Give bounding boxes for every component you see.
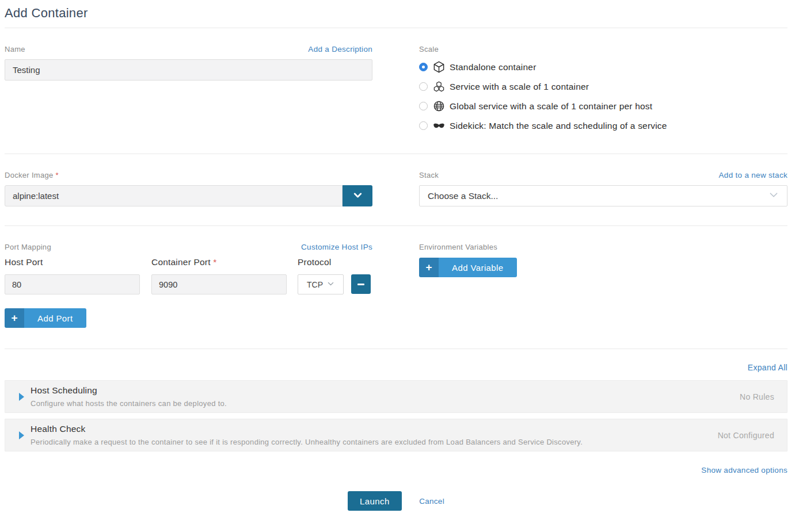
protocol-label: Protocol: [298, 257, 371, 267]
host-port-label: Host Port: [5, 257, 140, 267]
radio-service[interactable]: [419, 82, 428, 91]
minus-icon: [357, 284, 364, 285]
remove-port-button[interactable]: [351, 274, 371, 294]
footer-actions: Launch Cancel: [5, 483, 787, 511]
scale-option-label: Sidekick: Match the scale and scheduling…: [450, 121, 667, 131]
docker-image-label: Docker Image *: [5, 171, 59, 179]
environment-variables-label: Environment Variables: [419, 243, 497, 251]
scale-option-sidekick[interactable]: Sidekick: Match the scale and scheduling…: [419, 120, 787, 132]
host-scheduling-description: Configure what hosts the containers can …: [31, 399, 722, 408]
service-cubes-icon: [433, 81, 445, 93]
launch-button[interactable]: Launch: [348, 491, 402, 511]
scale-option-service[interactable]: Service with a scale of 1 container: [419, 81, 787, 93]
add-variable-button[interactable]: + Add Variable: [419, 258, 517, 277]
host-port-input[interactable]: [5, 274, 140, 294]
name-column: Name Add a Description: [5, 45, 372, 132]
expand-all-link[interactable]: Expand All: [748, 363, 787, 372]
radio-standalone[interactable]: [419, 63, 428, 71]
scale-option-label: Standalone container: [450, 62, 537, 72]
image-stack-section: Docker Image * Stack Add to a new stack: [5, 154, 787, 225]
cube-icon: [433, 61, 445, 73]
docker-image-input[interactable]: [5, 185, 343, 206]
host-scheduling-section[interactable]: Host Scheduling Configure what hosts the…: [5, 380, 787, 413]
container-port-group: Container Port *: [151, 257, 287, 294]
caret-right-icon: [19, 431, 24, 439]
protocol-select[interactable]: TCP: [298, 274, 344, 294]
mask-icon: [433, 120, 445, 132]
add-variable-label: Add Variable: [439, 258, 517, 277]
container-port-label: Container Port *: [151, 257, 287, 267]
add-container-form: Add Container Name Add a Description Sca…: [0, 0, 799, 511]
host-port-group: Host Port: [5, 257, 140, 294]
show-advanced-options-link[interactable]: Show advanced options: [701, 466, 787, 474]
chevron-down-icon: [353, 190, 363, 202]
add-port-button[interactable]: + Add Port: [5, 308, 86, 328]
name-input[interactable]: [5, 59, 372, 81]
accordion-text: Health Check Periodically make a request…: [31, 424, 718, 446]
scale-option-global[interactable]: Global service with a scale of 1 contain…: [419, 100, 787, 112]
plus-icon: +: [5, 308, 24, 328]
chevron-down-icon: [768, 190, 779, 202]
plus-icon: +: [419, 258, 439, 277]
stack-column: Stack Add to a new stack Choose a Stack.…: [419, 171, 787, 206]
ports-env-section: Port Mapping Customize Host IPs Host Por…: [5, 226, 787, 349]
required-asterisk: *: [55, 171, 58, 179]
stack-select[interactable]: Choose a Stack...: [419, 185, 787, 206]
environment-variables-column: Environment Variables + Add Variable: [419, 243, 787, 328]
add-new-stack-link[interactable]: Add to a new stack: [719, 171, 787, 179]
name-scale-section: Name Add a Description Scale Standalone …: [5, 28, 787, 154]
container-port-input[interactable]: [151, 274, 287, 294]
radio-global[interactable]: [419, 102, 428, 110]
add-description-link[interactable]: Add a Description: [308, 45, 372, 53]
scale-label: Scale: [419, 45, 439, 53]
stack-label: Stack: [419, 171, 439, 179]
add-port-label: Add Port: [24, 308, 86, 328]
scale-option-label: Service with a scale of 1 container: [450, 82, 589, 92]
radio-sidekick[interactable]: [419, 121, 428, 130]
name-label: Name: [5, 45, 25, 53]
scale-option-label: Global service with a scale of 1 contain…: [450, 101, 652, 112]
scale-option-standalone[interactable]: Standalone container: [419, 61, 787, 73]
caret-right-icon: [19, 393, 24, 401]
required-asterisk: *: [213, 257, 216, 267]
stack-select-value: Choose a Stack...: [428, 191, 498, 201]
host-scheduling-title: Host Scheduling: [31, 385, 722, 396]
page-title: Add Container: [5, 0, 787, 28]
chevron-down-icon: [327, 280, 334, 289]
globe-icon: [433, 100, 445, 112]
cancel-link[interactable]: Cancel: [419, 497, 444, 506]
port-mapping-column: Port Mapping Customize Host IPs Host Por…: [5, 243, 372, 328]
health-check-description: Periodically make a request to the conta…: [31, 438, 701, 446]
health-check-title: Health Check: [31, 424, 701, 434]
health-check-section[interactable]: Health Check Periodically make a request…: [5, 419, 787, 451]
host-scheduling-status: No Rules: [740, 392, 774, 401]
scale-column: Scale Standalone container: [419, 45, 787, 132]
docker-image-column: Docker Image *: [5, 171, 372, 206]
protocol-select-value: TCP: [307, 280, 323, 289]
protocol-group: Protocol TCP: [298, 257, 371, 294]
accordion-text: Host Scheduling Configure what hosts the…: [31, 385, 740, 408]
port-mapping-label: Port Mapping: [5, 243, 51, 251]
customize-host-ips-link[interactable]: Customize Host IPs: [301, 243, 372, 251]
health-check-status: Not Configured: [718, 431, 774, 440]
image-dropdown-button[interactable]: [343, 185, 372, 206]
